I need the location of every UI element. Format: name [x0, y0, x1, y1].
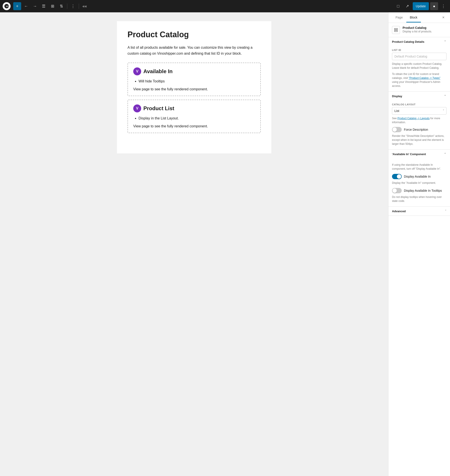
block-patterns-button[interactable]: ⊞ [48, 2, 56, 10]
toggle-knob [392, 127, 397, 132]
catalog-layout-select[interactable]: List Grid [392, 107, 446, 115]
update-button[interactable]: Update [413, 2, 429, 10]
list-id-label: LIST ID [392, 49, 446, 51]
section-title-product-catalog-details: Product Catalog Details [392, 40, 424, 43]
product-list-note: View page to see the fully rendered comp… [133, 124, 255, 128]
list-id-input[interactable] [392, 53, 446, 60]
section-header-available-in-component[interactable]: 'Available In' Component ⌃ [388, 150, 450, 158]
move-up-down-button[interactable]: ⇅ [57, 2, 65, 10]
product-catalog-layouts-link[interactable]: Product Catalog -> Layouts [397, 117, 430, 120]
chevron-up-icon-available-in: ⌃ [444, 152, 446, 156]
list-view-button[interactable]: ☰ [40, 2, 48, 10]
block-info-text: Product Catalog Display a list of produc… [403, 26, 432, 33]
close-button[interactable]: × [440, 15, 446, 21]
undo-button[interactable]: ← [22, 2, 30, 10]
block-info-icon [392, 26, 400, 34]
more-options-button[interactable]: ⋮ [69, 2, 77, 10]
section-header-product-catalog-details[interactable]: Product Catalog Details ⌃ [388, 37, 450, 46]
external-link-button[interactable]: ↗ [403, 2, 411, 10]
add-button[interactable]: + [13, 2, 21, 10]
display-available-in-help: Display the "Available In" component. [392, 181, 446, 185]
tab-block[interactable]: Block [406, 13, 421, 23]
section-product-catalog-details: Product Catalog Details ⌃ LIST ID Displa… [388, 37, 450, 92]
sidebar: Page Block × Product Catalog Display a l… [388, 12, 450, 476]
section-available-in-component: 'Available In' Component ⌃ If using the … [388, 150, 450, 207]
divider-2 [79, 4, 79, 9]
product-list-title: Product List [143, 105, 174, 111]
section-body-available-in-component: If using the standalone Available In com… [388, 158, 450, 207]
section-title-advanced: Advanced [392, 209, 406, 213]
section-header-display[interactable]: Display ⌃ [388, 92, 450, 100]
section-advanced: Advanced ˅ [388, 207, 450, 216]
redo-button[interactable]: → [31, 2, 39, 10]
available-in-title: Available In [143, 68, 173, 75]
see-text: See [392, 117, 397, 120]
display-available-in-tooltips-help: Do not display tooltips when hovering ov… [392, 195, 446, 203]
force-description-toggle-row: Force Description [392, 127, 446, 132]
collapse-sidebar-button[interactable]: «« [81, 2, 89, 10]
block-info: Product Catalog Display a list of produc… [388, 23, 450, 37]
editor-content: Product Catalog A list of all products a… [117, 21, 271, 153]
toggle-knob-tooltips [392, 188, 397, 193]
block-info-desc: Display a list of products. [403, 30, 432, 33]
toolbar: + ← → ☰ ⊞ ⇅ ⋮ «« □ ↗ Update ■ ⋮ [0, 0, 450, 12]
settings-button[interactable]: ■ [430, 2, 438, 10]
svg-rect-2 [394, 31, 398, 31]
display-available-in-toggle[interactable] [392, 174, 402, 179]
catalog-layout-label: CATALOG LAYOUT [392, 103, 446, 106]
svg-rect-1 [394, 29, 398, 30]
list-id-help: Display a specific custom Product Catalo… [392, 62, 446, 70]
force-description-toggle[interactable] [392, 127, 402, 132]
chevron-up-icon-display: ⌃ [444, 94, 446, 98]
display-available-in-tooltips-toggle-row: Display Available In Tooltips [392, 188, 446, 193]
sidebar-header: Page Block × [388, 12, 450, 23]
section-title-available-in-component: 'Available In' Component [392, 152, 426, 156]
force-description-help: Render the "Show/Hide Description" actio… [392, 134, 446, 146]
section-display: Display ⌃ CATALOG LAYOUT List Grid ˅ See… [388, 92, 450, 150]
page-title: Product Catalog [128, 30, 261, 39]
available-in-help: If using the standalone Available In com… [392, 163, 446, 171]
available-in-list: Will hide Tooltips [133, 78, 255, 84]
product-list-block[interactable]: V Product List Display in the List Layou… [128, 100, 261, 133]
toggle-knob-on [397, 174, 401, 179]
section-title-display: Display [392, 94, 402, 98]
section-body-display: CATALOG LAYOUT List Grid ˅ See Product C… [388, 100, 450, 149]
editor-area: Product Catalog A list of all products a… [0, 12, 388, 476]
force-description-label: Force Description [404, 128, 428, 131]
svg-rect-0 [394, 29, 398, 29]
section-body-product-catalog-details: LIST ID Display a specific custom Produc… [388, 46, 450, 92]
block-info-name: Product Catalog [403, 26, 432, 29]
page-description: A list of all products available for sal… [128, 45, 261, 56]
tab-page[interactable]: Page [392, 13, 406, 23]
display-available-in-label: Display Available In [404, 175, 431, 178]
block-header-available-in: V Available In [133, 67, 255, 75]
product-catalog-types-link[interactable]: "Product Catalog -> Types" [409, 76, 440, 80]
product-list-icon: V [133, 104, 141, 112]
product-list-list: Display in the List Layout. [133, 116, 255, 121]
available-in-icon: V [133, 67, 141, 75]
list-item: Will hide Tooltips [139, 78, 255, 84]
display-available-in-tooltips-toggle[interactable] [392, 188, 402, 193]
list-item: Display in the List Layout. [139, 116, 255, 121]
main-layout: Product Catalog A list of all products a… [0, 12, 450, 476]
help3-text: using your Vinoshipper Producer's Admin … [392, 81, 440, 87]
chevron-down-icon-advanced: ˅ [445, 209, 446, 213]
wp-logo [3, 2, 11, 10]
display-available-in-toggle-row: Display Available In [392, 174, 446, 179]
catalog-layout-wrapper: List Grid ˅ [392, 107, 446, 115]
chevron-up-icon: ⌃ [444, 40, 446, 43]
catalog-layout-help: See Product Catalog -> Layouts for more … [392, 116, 446, 124]
available-in-note: View page to see the fully rendered comp… [133, 87, 255, 91]
toolbar-right: □ ↗ Update ■ ⋮ [394, 2, 447, 10]
section-header-advanced[interactable]: Advanced ˅ [388, 207, 450, 215]
available-in-block[interactable]: V Available In Will hide Tooltips View p… [128, 63, 261, 96]
kebab-menu-button[interactable]: ⋮ [439, 2, 447, 10]
display-available-in-tooltips-label: Display Available In Tooltips [404, 189, 442, 192]
block-header-product-list: V Product List [133, 104, 255, 112]
list-id-help2: To obtain the List ID for custom or bran… [392, 72, 446, 88]
preview-button[interactable]: □ [394, 2, 402, 10]
